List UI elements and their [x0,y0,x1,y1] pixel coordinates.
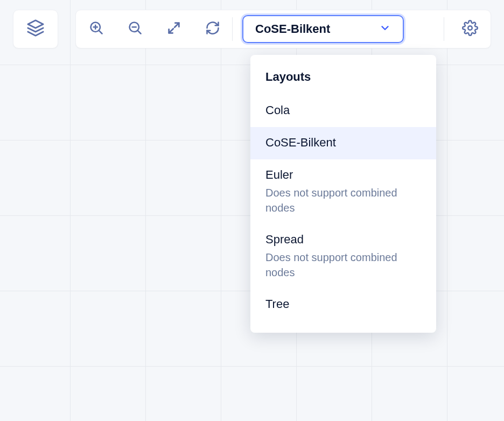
toolbar-divider [232,17,233,41]
svg-line-4 [99,31,102,34]
layout-option-cola[interactable]: Cola [250,95,436,127]
dropdown-header: Layouts [250,65,436,95]
svg-line-7 [138,31,141,34]
svg-point-10 [468,26,472,30]
chevron-down-icon [379,22,391,36]
toolbar: CoSE-Bilkent [75,10,491,48]
top-controls: CoSE-Bilkent [0,0,504,58]
settings-button[interactable] [460,19,480,39]
layout-option-euler[interactable]: Euler Does not support combined nodes [250,159,436,224]
toolbar-divider-2 [444,17,444,41]
zoom-out-button[interactable] [125,19,145,39]
layout-option-desc: Does not support combined nodes [265,250,421,280]
layout-option-tree[interactable]: Tree [250,289,436,321]
layout-option-cose-bilkent[interactable]: CoSE-Bilkent [250,127,436,159]
zoom-in-icon [89,20,104,38]
layout-option-label: CoSE-Bilkent [265,136,421,150]
layout-select-label: CoSE-Bilkent [255,22,330,36]
layout-option-spread[interactable]: Spread Does not support combined nodes [250,224,436,289]
zoom-out-icon [128,20,143,38]
zoom-in-button[interactable] [87,19,106,39]
layout-select[interactable]: CoSE-Bilkent [242,15,404,43]
refresh-button[interactable] [203,19,222,39]
layout-dropdown: Layouts Cola CoSE-Bilkent Euler Does not… [250,55,436,333]
toolbar-icon-group [87,19,222,39]
layout-option-label: Euler [265,168,421,182]
gear-icon [462,20,478,38]
fit-screen-button[interactable] [164,19,184,39]
layers-icon [26,19,45,39]
layout-option-label: Tree [265,297,421,311]
svg-marker-0 [28,20,43,28]
expand-icon [166,20,181,38]
refresh-icon [205,20,220,38]
layout-option-desc: Does not support combined nodes [265,185,421,215]
layers-button[interactable] [13,10,58,48]
layout-option-label: Cola [265,103,421,117]
layout-option-label: Spread [265,233,421,247]
